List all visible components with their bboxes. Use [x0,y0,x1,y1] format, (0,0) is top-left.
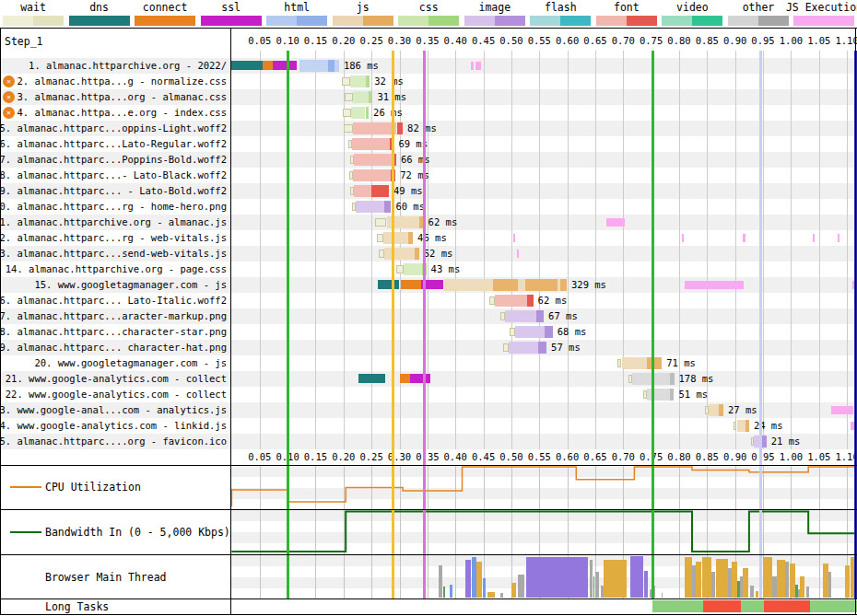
request-label[interactable]: 10. almanac.httparc...rg - home-hero.png [0,201,227,212]
request-bar-connect[interactable] [400,374,410,383]
long-task-block[interactable] [764,600,810,612]
request-bar-html[interactable] [335,60,339,72]
request-label[interactable]: 16. almanac.httparc... Lato-Italic.woff2 [0,295,227,306]
request-bar-js_dark[interactable] [560,279,567,291]
request-bar-css[interactable] [350,76,366,87]
request-bar-js[interactable] [384,248,415,260]
request-bar-html[interactable] [299,60,328,72]
long-task-block[interactable] [652,600,703,612]
request-label[interactable]: 1. almanac.httparchive.org - 2022/ [23,60,227,71]
request-label[interactable]: 14. almanac.httparchive.org - page.css [6,263,227,274]
request-bar-css_dark[interactable] [366,76,370,87]
long-task-block[interactable] [810,600,857,612]
request-label[interactable]: 21. www.google-analytics.com - collect [6,373,227,384]
request-label[interactable]: 24. www.google-analytics.com - linkid.js [0,420,227,431]
request-label[interactable]: 12. almanac.httparc...rg - web-vitals.js [0,232,227,243]
request-label[interactable]: 20. www.googletagmanager.com - js [34,357,227,368]
long-task-block[interactable] [703,600,741,612]
request-bar-font[interactable] [352,138,390,150]
request-duration-label: 57 ms [551,342,581,353]
request-bar-image[interactable] [515,326,545,338]
request-bar-js[interactable] [622,357,647,369]
request-bar-js_dark[interactable] [493,279,518,291]
request-bar-js[interactable] [518,279,525,291]
request-bar-css_dark[interactable] [369,91,372,103]
request-label[interactable]: 2. almanac.httpa...g - normalize.css [11,76,227,87]
request-bar-font[interactable] [354,154,392,166]
request-label[interactable]: 6. almanac.httparc...Lato-Regular.woff2 [0,138,227,149]
request-bar-image_dark[interactable] [538,342,546,354]
request-bar-dns[interactable] [231,61,263,70]
request-bar-dns[interactable] [358,374,386,383]
gridline [539,51,540,449]
legend-color-swatch [266,16,327,26]
request-bar-image_dark[interactable] [762,436,767,447]
request-bar-css[interactable] [404,263,422,275]
request-label[interactable]: 23. www.google-anal...com - analytics.js [0,404,227,415]
request-bar-dns[interactable] [378,280,400,289]
request-label[interactable]: 8. almanac.httparc...- Lato-Black.woff2 [0,169,227,180]
request-label[interactable]: 3. almanac.httpa...org - almanac.css [11,91,227,102]
request-bar-other[interactable] [647,389,671,401]
request-bar-js_dark[interactable] [719,404,723,416]
gridline [735,51,736,449]
request-duration-label: 178 ms [679,373,714,384]
request-bar-css_dark[interactable] [366,107,370,119]
request-label[interactable]: 19. almanac.httparc... character-hat.png [0,342,227,353]
request-bar-css[interactable] [351,107,366,119]
request-label[interactable]: 18. almanac.httparc...character-star.png [0,326,227,337]
request-label[interactable]: 22. www.google-analytics.com - collect [6,389,227,400]
request-bar-wait[interactable] [375,218,387,227]
request-bar-js[interactable] [737,420,745,432]
request-bar-wait[interactable] [345,93,353,101]
request-bar-js_dark[interactable] [745,420,749,432]
request-bar-font[interactable] [353,122,396,134]
request-label[interactable]: 17. almanac.httparc...aracter-markup.png [0,310,227,321]
request-bar-wait[interactable] [343,109,351,117]
request-bar-font[interactable] [353,169,391,181]
request-label[interactable]: 25. almanac.httparc....org - favicon.ico [0,436,227,447]
request-bar-font[interactable] [354,185,371,197]
request-bar-js_dark[interactable] [525,279,558,291]
request-bar-other_dark[interactable] [670,373,675,385]
request-bar-image_dark[interactable] [536,310,544,322]
request-bar-other_dark[interactable] [670,389,674,401]
request-bar-image_dark[interactable] [384,201,391,213]
request-bar-js_dark[interactable] [415,248,419,260]
gridline [315,554,316,599]
request-label[interactable]: 7. almanac.httparc...Poppins-Bold.woff2 [0,154,227,165]
request-bar-font_dark[interactable] [397,122,404,134]
request-label[interactable]: 4. almanac.httpa...e.org - index.css [11,107,227,118]
long-task-block[interactable] [741,600,765,612]
request-bar-js[interactable] [383,232,408,244]
request-label[interactable]: 13. almanac.httparc...send-web-vitals.js [0,248,227,259]
request-bar-ssl[interactable] [410,374,430,383]
request-bar-wait[interactable] [377,234,383,242]
request-bar-font_dark[interactable] [527,295,534,307]
request-bar-image[interactable] [356,201,384,213]
request-bar-wait[interactable] [396,265,404,273]
request-bar-html_dark[interactable] [328,60,335,72]
request-bar-js_dark[interactable] [408,232,414,244]
time-axis-top-label: 0.70 [609,35,637,46]
request-label[interactable]: 9. almanac.httparc... - Lato-Bold.woff2 [0,185,227,196]
request-bar-js[interactable] [709,404,719,416]
request-label[interactable]: 5. almanac.httparc...oppins-Light.woff2 [0,122,227,134]
request-bar-js[interactable] [444,279,493,291]
legend-item-html: html [264,0,330,27]
request-bar-connect[interactable] [263,61,272,70]
request-bar-image_dark[interactable] [545,326,553,338]
request-bar-js_dark[interactable] [647,357,662,369]
request-bar-wait[interactable] [342,77,350,86]
request-bar-image[interactable] [509,342,538,354]
request-bar-connect[interactable] [401,280,421,289]
request-bar-image[interactable] [505,310,536,322]
request-bar-font_dark[interactable] [371,185,389,197]
request-bar-wait[interactable] [344,124,353,133]
request-bar-ssl[interactable] [273,61,298,70]
request-label[interactable]: 15. www.googletagmanager.com - js [34,279,227,290]
request-label[interactable]: 11. almanac.httparchive.org - almanac.js [0,216,227,227]
request-bar-css[interactable] [353,91,370,103]
request-bar-font[interactable] [495,295,527,307]
time-axis-bottom-label: 1.10 [833,451,857,462]
